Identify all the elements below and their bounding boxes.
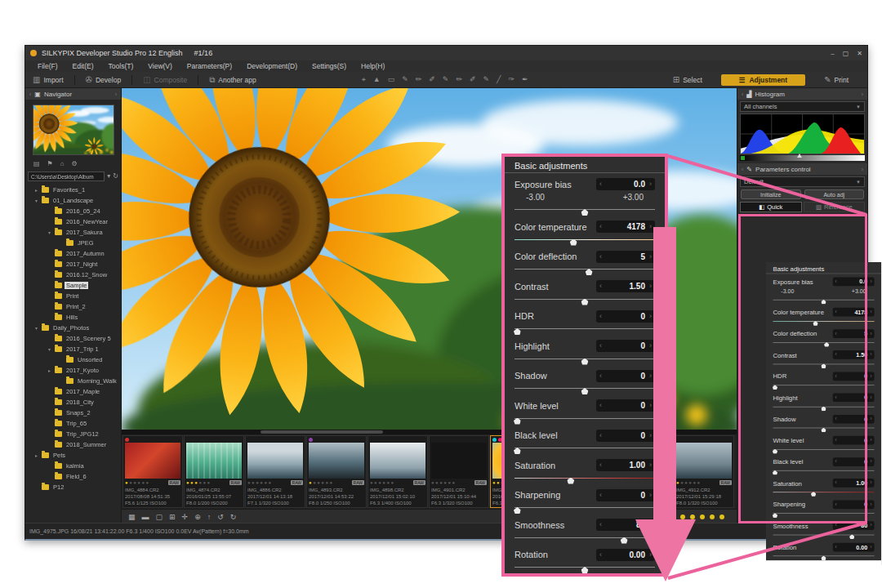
menu-item[interactable]: View(V) bbox=[140, 62, 180, 70]
expand-arrow-icon[interactable]: ▾ bbox=[33, 198, 39, 203]
folder-tree-item[interactable]: Hills bbox=[25, 312, 121, 323]
view-mode-icon[interactable]: ⊕ bbox=[194, 513, 201, 521]
tool-icon[interactable]: ✒ bbox=[522, 75, 528, 84]
select-mode-button[interactable]: ⊞Select bbox=[666, 75, 710, 84]
slider-track[interactable] bbox=[514, 269, 655, 270]
expand-arrow-icon[interactable]: ▸ bbox=[33, 452, 39, 458]
increment-icon[interactable]: › bbox=[649, 521, 652, 528]
folder-tree-item[interactable]: P12 bbox=[25, 482, 121, 492]
value-spinner[interactable]: ‹ 0 › bbox=[833, 457, 875, 466]
slider-thumb[interactable] bbox=[581, 567, 589, 573]
thumbnail-image[interactable] bbox=[309, 443, 364, 479]
value-spinner[interactable]: ‹ 0 › bbox=[833, 415, 875, 424]
slider-track[interactable] bbox=[773, 342, 874, 343]
increment-icon[interactable]: › bbox=[871, 352, 872, 357]
refresh-icon[interactable]: ↻ bbox=[113, 172, 118, 180]
expand-arrow-icon[interactable]: ▸ bbox=[33, 187, 39, 193]
value-spinner[interactable]: ‹ 0 › bbox=[833, 436, 875, 445]
increment-icon[interactable]: › bbox=[871, 310, 872, 314]
increment-icon[interactable]: › bbox=[871, 544, 872, 549]
filmstrip-thumbnail[interactable]: ● ●●●●● RAW IMG_4884.CR2 2017/08/08 14:5… bbox=[122, 435, 183, 508]
slider-thumb[interactable] bbox=[621, 537, 628, 544]
increment-icon[interactable]: › bbox=[871, 459, 872, 464]
slider-thumb[interactable] bbox=[514, 328, 521, 335]
expand-icon[interactable]: › bbox=[862, 91, 863, 97]
composite-button[interactable]: ◫Composite bbox=[136, 72, 194, 87]
tool-icon[interactable]: ✐ bbox=[470, 75, 476, 84]
import-button[interactable]: ▥Import bbox=[25, 72, 71, 87]
value-spinner[interactable]: ‹ 80 › bbox=[596, 519, 655, 531]
folder-tree-item[interactable]: Field_6 bbox=[25, 471, 121, 482]
increment-icon[interactable]: › bbox=[649, 313, 652, 320]
increment-icon[interactable]: › bbox=[871, 279, 872, 284]
navigator-tool-icon[interactable]: ⌂ bbox=[60, 160, 65, 167]
menu-item[interactable]: Settings(S) bbox=[305, 62, 354, 70]
folder-tree-item[interactable]: Trip_JPG12 bbox=[25, 429, 121, 439]
slider-track[interactable] bbox=[514, 328, 655, 329]
slider-thumb[interactable] bbox=[581, 209, 589, 216]
folder-tree-item[interactable]: 2017_Autumn bbox=[25, 248, 121, 259]
increment-icon[interactable]: › bbox=[871, 373, 872, 378]
folder-tree-item[interactable]: ▾ 2017_Sakura bbox=[25, 227, 121, 238]
folder-tree-item[interactable]: JPEG bbox=[25, 238, 121, 248]
value-spinner[interactable]: ‹ 80 › bbox=[833, 521, 875, 530]
close-button[interactable]: ✕ bbox=[857, 50, 862, 57]
value-spinner[interactable]: ‹ 1.00 › bbox=[596, 459, 655, 471]
navigator-thumbnail[interactable] bbox=[33, 105, 114, 155]
star-filter-dot[interactable] bbox=[690, 514, 695, 519]
slider-thumb[interactable] bbox=[821, 555, 826, 560]
view-mode-icon[interactable]: ↺ bbox=[217, 513, 224, 521]
slider-track[interactable] bbox=[773, 492, 874, 492]
slider-thumb[interactable] bbox=[581, 299, 589, 305]
thumbnail-image[interactable] bbox=[676, 443, 732, 479]
auto-adjust-button[interactable]: Auto adj bbox=[804, 189, 865, 199]
slider-thumb[interactable] bbox=[581, 388, 589, 394]
filmstrip-thumbnail[interactable]: ●●●●●● RAW IMG_4898.CR2 2017/12/01 15:02… bbox=[368, 435, 428, 508]
folder-tree-item[interactable]: 2016_05_24 bbox=[25, 206, 121, 216]
tab-reference[interactable]: ▥Reference bbox=[804, 202, 866, 212]
tool-icon[interactable]: ✎ bbox=[483, 75, 489, 84]
slider-track[interactable] bbox=[514, 478, 655, 479]
star-filter-dot[interactable] bbox=[719, 514, 724, 519]
filmstrip-thumbnail[interactable]: ●●●●●● RAW IMG_4901.CR2 2017/12/01 15:10… bbox=[429, 435, 489, 508]
maximize-button[interactable]: ▢ bbox=[843, 50, 849, 57]
increment-icon[interactable]: › bbox=[871, 438, 872, 443]
folder-tree-item[interactable]: ▾ 2017_Trip 1 bbox=[25, 344, 121, 354]
folder-tree-item[interactable]: 2017_Maple bbox=[25, 386, 121, 397]
tool-icon[interactable]: ✐ bbox=[429, 75, 435, 84]
slider-thumb[interactable] bbox=[514, 507, 521, 514]
view-mode-icon[interactable]: ▬ bbox=[142, 513, 149, 521]
value-spinner[interactable]: ‹ 0 › bbox=[596, 399, 655, 412]
tool-icon[interactable]: ✎ bbox=[443, 75, 449, 84]
slider-track[interactable] bbox=[773, 321, 874, 322]
expand-arrow-icon[interactable]: ▾ bbox=[47, 229, 52, 235]
slider-thumb[interactable] bbox=[570, 239, 577, 246]
filmstrip-thumbnail[interactable]: ●●●●●● RAW IMG_4886.CR2 2017/12/01 14:13… bbox=[245, 435, 305, 508]
value-spinner[interactable]: ‹ 5 › bbox=[833, 329, 875, 338]
slider-thumb[interactable] bbox=[567, 478, 574, 484]
expand-arrow-icon[interactable]: ▸ bbox=[47, 368, 52, 373]
slider-track[interactable] bbox=[773, 406, 874, 407]
slider-thumb[interactable] bbox=[514, 448, 521, 454]
value-spinner[interactable]: ‹ 0 › bbox=[596, 430, 655, 442]
filmstrip-thumbnail[interactable]: ●●● ●●● RAW IMG_4874.CR2 2016/01/25 13:5… bbox=[184, 435, 244, 508]
menu-item[interactable]: Development(D) bbox=[239, 62, 305, 70]
folder-tree-item[interactable]: 2016.12_Snow bbox=[25, 270, 121, 280]
folder-tree-item[interactable]: ▾ 01_Landscape bbox=[25, 195, 121, 206]
thumbnail-image[interactable] bbox=[125, 443, 180, 479]
slider-track[interactable] bbox=[514, 209, 655, 210]
folder-tree-item[interactable]: 2016_Scenery 5 bbox=[25, 333, 121, 344]
increment-icon[interactable]: › bbox=[871, 416, 872, 421]
collapse-left-icon[interactable]: ‹ bbox=[29, 91, 31, 97]
folder-tree-item[interactable]: Morning_Walk bbox=[25, 376, 121, 386]
slider-track[interactable] bbox=[514, 507, 655, 508]
collapse-icon[interactable]: ‹ bbox=[742, 91, 743, 97]
folder-tree-item[interactable]: ▸ 2017_Kyoto bbox=[25, 365, 121, 376]
increment-icon[interactable]: › bbox=[649, 283, 652, 290]
tool-icon[interactable]: ✎ bbox=[402, 75, 408, 84]
folder-tree-item[interactable]: ▾ Daily_Photos bbox=[25, 323, 121, 333]
slider-track[interactable] bbox=[773, 428, 874, 429]
star-rating[interactable]: ●●●●●● RAW bbox=[247, 479, 303, 486]
star-rating[interactable]: ● ●●●●● RAW bbox=[676, 479, 732, 486]
increment-icon[interactable]: › bbox=[649, 402, 652, 409]
